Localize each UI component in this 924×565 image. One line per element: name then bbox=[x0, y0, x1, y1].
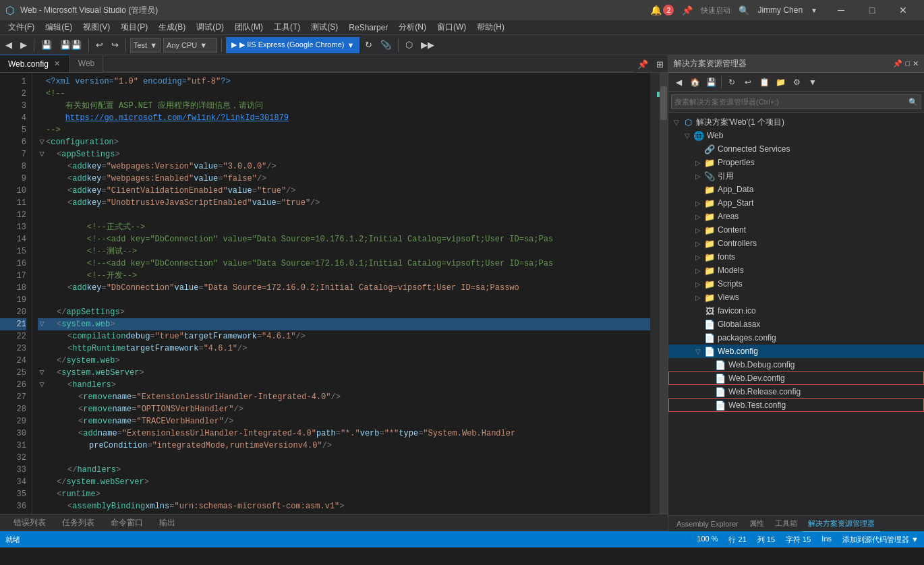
back-button[interactable]: ◀ bbox=[3, 37, 15, 53]
tree-item-web-test-config[interactable]: 📄 Web.Test.config bbox=[668, 398, 924, 412]
menu-file[interactable]: 文件(F) bbox=[3, 20, 40, 35]
tree-item-views[interactable]: ▷ 📁 Views bbox=[668, 291, 924, 304]
editor-scrollbar[interactable] bbox=[660, 73, 668, 514]
tab-split-button[interactable]: ⊞ bbox=[652, 56, 668, 72]
project-expand-arrow[interactable]: ▽ bbox=[682, 132, 693, 140]
se-search-icon[interactable]: 🔍 bbox=[908, 98, 918, 107]
tree-item-global-asax[interactable]: 📄 Global.asax bbox=[668, 318, 924, 331]
tree-item-web-debug-config[interactable]: 📄 Web.Debug.config bbox=[668, 358, 924, 371]
tree-item-controllers[interactable]: ▷ 📁 Controllers bbox=[668, 237, 924, 250]
se-pin-button[interactable]: 📌 bbox=[893, 59, 902, 68]
scrollbar-thumb[interactable] bbox=[660, 86, 667, 120]
save-button[interactable]: 💾 bbox=[38, 37, 55, 53]
tree-item-scripts[interactable]: ▷ 📁 Scripts bbox=[668, 277, 924, 291]
tree-item-properties[interactable]: ▷ 📁 Properties bbox=[668, 156, 924, 169]
se-filter-button[interactable]: ▼ bbox=[805, 75, 820, 90]
tree-item-packages-config[interactable]: 📄 packages.config bbox=[668, 331, 924, 345]
menu-analyze[interactable]: 分析(N) bbox=[393, 20, 432, 35]
areas-arrow[interactable]: ▷ bbox=[693, 213, 703, 220]
bottom-tab-command[interactable]: 命令窗口 bbox=[103, 514, 151, 531]
refresh-button[interactable]: ↻ bbox=[362, 37, 375, 53]
menu-tools[interactable]: 工具(T) bbox=[268, 20, 306, 35]
views-arrow[interactable]: ▷ bbox=[693, 294, 703, 301]
platform-dropdown[interactable]: Any CPU ▼ bbox=[163, 38, 217, 53]
run-button[interactable]: ▶ ▶ IIS Express (Google Chrome) ▼ bbox=[226, 37, 359, 53]
properties-arrow[interactable]: ▷ bbox=[693, 159, 703, 167]
more-button[interactable]: ▶▶ bbox=[418, 37, 437, 53]
se-refresh-button[interactable]: ↻ bbox=[724, 75, 739, 90]
tree-item-fonts[interactable]: ▷ 📁 fonts bbox=[668, 250, 924, 264]
user-menu-icon[interactable]: ▼ bbox=[811, 7, 817, 14]
se-tab-properties[interactable]: 属性 bbox=[744, 516, 770, 532]
content-arrow[interactable]: ▷ bbox=[693, 227, 703, 234]
tab-webconfig[interactable]: Web.config ✕ bbox=[0, 55, 70, 72]
maximize-button[interactable]: □ bbox=[857, 0, 888, 20]
attach-button[interactable]: 📎 bbox=[378, 37, 394, 53]
scripts-arrow[interactable]: ▷ bbox=[693, 280, 703, 288]
se-back-button[interactable]: ◀ bbox=[671, 75, 686, 90]
close-button[interactable]: ✕ bbox=[888, 0, 919, 20]
se-search-input[interactable] bbox=[674, 98, 908, 106]
web-config-arrow[interactable]: ▽ bbox=[693, 348, 703, 355]
source-control-button[interactable]: 添加到源代码管理器 ▼ bbox=[842, 535, 919, 545]
se-tab-assembly-explorer[interactable]: Assembly Explorer bbox=[671, 516, 744, 532]
fonts-arrow[interactable]: ▷ bbox=[693, 254, 703, 261]
menu-edit[interactable]: 编辑(E) bbox=[40, 20, 78, 35]
references-arrow[interactable]: ▷ bbox=[693, 173, 703, 180]
menu-help[interactable]: 帮助(H) bbox=[471, 20, 510, 35]
se-home-button[interactable]: 🏠 bbox=[687, 75, 702, 90]
tree-item-areas[interactable]: ▷ 📁 Areas bbox=[668, 210, 924, 223]
bottom-tab-tasks[interactable]: 任务列表 bbox=[54, 514, 103, 531]
se-copy-button[interactable]: 📋 bbox=[757, 75, 772, 90]
se-maximize-button[interactable]: □ bbox=[905, 59, 910, 68]
tree-item-references[interactable]: ▷ 📎 引用 bbox=[668, 169, 924, 183]
menu-build[interactable]: 生成(B) bbox=[153, 20, 191, 35]
tree-item-web-release-config[interactable]: 📄 Web.Release.config bbox=[668, 385, 924, 398]
tab-web[interactable]: Web bbox=[70, 55, 103, 72]
menu-window[interactable]: 窗口(W) bbox=[432, 20, 471, 35]
tree-item-favicon[interactable]: 🖼 favicon.ico bbox=[668, 304, 924, 318]
tree-item-content[interactable]: ▷ 📁 Content bbox=[668, 223, 924, 237]
se-folder-button[interactable]: 📁 bbox=[773, 75, 788, 90]
se-close-button[interactable]: ✕ bbox=[913, 59, 919, 68]
menu-test[interactable]: 测试(S) bbox=[306, 20, 343, 35]
undo-button[interactable]: ↩ bbox=[93, 37, 106, 53]
se-save-button[interactable]: 💾 bbox=[703, 75, 718, 90]
tree-item-web-dev-config[interactable]: 📄 Web.Dev.config bbox=[668, 371, 924, 385]
bottom-tab-output[interactable]: 输出 bbox=[151, 514, 183, 531]
menu-view[interactable]: 视图(V) bbox=[78, 20, 115, 35]
tree-item-connected-services[interactable]: 🔗 Connected Services bbox=[668, 142, 924, 156]
se-undo-button[interactable]: ↩ bbox=[741, 75, 755, 90]
models-arrow[interactable]: ▷ bbox=[693, 267, 703, 274]
tree-item-app-data[interactable]: 📁 App_Data bbox=[668, 183, 924, 196]
tree-item-web-config[interactable]: ▽ 📄 Web.config bbox=[668, 345, 924, 358]
menu-resharper[interactable]: ReSharper bbox=[343, 20, 393, 35]
code-line-13: <!--正式式--> bbox=[38, 221, 650, 233]
menu-team[interactable]: 团队(M) bbox=[229, 20, 268, 35]
minimize-button[interactable]: ─ bbox=[826, 0, 857, 20]
tree-item-project[interactable]: ▽ 🌐 Web bbox=[668, 129, 924, 142]
redo-button[interactable]: ↪ bbox=[109, 37, 121, 53]
se-props-button[interactable]: ⚙ bbox=[789, 75, 804, 90]
tree-item-app-start[interactable]: ▷ 📁 App_Start bbox=[668, 196, 924, 210]
se-tab-solution-explorer[interactable]: 解决方案资源管理器 bbox=[803, 516, 880, 532]
solution-expand-arrow[interactable]: ▽ bbox=[671, 119, 682, 126]
notification-icon[interactable]: 🔔 2 bbox=[650, 5, 674, 16]
app-start-arrow[interactable]: ▷ bbox=[693, 200, 703, 207]
menu-project[interactable]: 项目(P) bbox=[115, 20, 153, 35]
config-dropdown[interactable]: Test ▼ bbox=[130, 38, 161, 53]
bottom-tab-errors[interactable]: 错误列表 bbox=[5, 514, 54, 531]
menu-debug[interactable]: 调试(D) bbox=[191, 20, 229, 35]
tab-webconfig-close[interactable]: ✕ bbox=[53, 59, 61, 68]
save-all-button[interactable]: 💾💾 bbox=[57, 37, 84, 53]
search-icon[interactable]: 🔍 bbox=[739, 5, 749, 16]
tree-item-solution[interactable]: ▽ ⬡ 解决方案'Web'(1 个项目) bbox=[668, 115, 924, 129]
pin-icon[interactable]: 📌 bbox=[682, 5, 693, 16]
controllers-arrow[interactable]: ▷ bbox=[693, 240, 703, 247]
tree-item-models[interactable]: ▷ 📁 Models bbox=[668, 264, 924, 277]
forward-button[interactable]: ▶ bbox=[18, 37, 30, 53]
se-tab-toolbox[interactable]: 工具箱 bbox=[770, 516, 803, 532]
code-content[interactable]: <?xml version="1.0" encoding="utf-8"?> <… bbox=[32, 73, 650, 514]
expand-button[interactable]: ⬡ bbox=[403, 37, 415, 53]
tab-pin-button[interactable]: 📌 bbox=[633, 56, 652, 72]
